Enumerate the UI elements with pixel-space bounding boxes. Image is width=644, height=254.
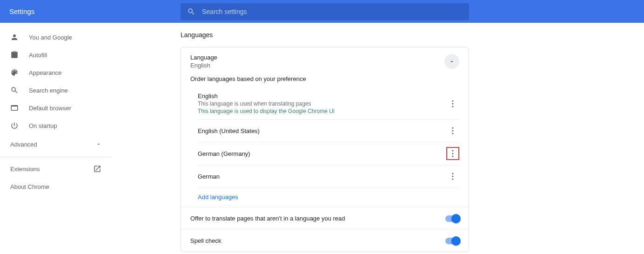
more-vert-icon xyxy=(452,127,454,134)
collapse-button[interactable] xyxy=(444,54,459,69)
palette-icon xyxy=(10,68,19,77)
section-title: Languages xyxy=(181,31,644,39)
header-title: Settings xyxy=(9,7,34,15)
advanced-label: Advanced xyxy=(10,141,37,148)
translate-offer-toggle[interactable] xyxy=(445,215,459,222)
spellcheck-label: Spell check xyxy=(190,237,221,244)
svg-point-7 xyxy=(452,153,453,154)
sidebar-item-label: Search engine xyxy=(29,87,68,94)
sidebar-item-autofill[interactable]: Autofill xyxy=(0,46,112,64)
sidebar-item-label: You and Google xyxy=(29,34,72,41)
sidebar-item-appearance[interactable]: Appearance xyxy=(0,64,112,81)
language-name: German xyxy=(198,173,220,180)
sidebar-item-label: Autofill xyxy=(29,52,47,59)
svg-point-0 xyxy=(452,100,453,101)
about-label: About Chrome xyxy=(10,183,49,190)
clipboard-icon xyxy=(10,51,19,59)
search-input[interactable] xyxy=(202,8,463,15)
sidebar-advanced[interactable]: Advanced xyxy=(0,134,112,154)
language-item: English This language is used when trans… xyxy=(198,88,459,120)
caret-down-icon xyxy=(96,141,101,147)
language-list: English This language is used when trans… xyxy=(181,88,469,207)
chevron-up-icon xyxy=(449,58,455,65)
language-more-button[interactable] xyxy=(446,170,459,183)
translate-offer-label: Offer to translate pages that aren't in … xyxy=(190,215,345,222)
svg-point-4 xyxy=(452,130,453,131)
more-vert-icon xyxy=(452,150,454,157)
language-more-button[interactable] xyxy=(446,147,459,160)
search-box[interactable] xyxy=(181,3,469,20)
sidebar: You and Google Autofill Appearance Searc… xyxy=(0,23,112,254)
spellcheck-row: Spell check xyxy=(181,229,469,252)
language-item: German (Germany) xyxy=(198,142,459,165)
sidebar-about-chrome[interactable]: About Chrome xyxy=(0,178,112,195)
spellcheck-toggle[interactable] xyxy=(445,238,459,244)
language-desc: This language is used when translating p… xyxy=(198,100,335,107)
svg-point-9 xyxy=(452,173,453,174)
order-preference-text: Order languages based on your preference xyxy=(181,75,469,88)
language-item: English (United States) xyxy=(198,120,459,142)
translate-offer-row: Offer to translate pages that aren't in … xyxy=(181,207,469,229)
languages-card: Language English Order languages based o… xyxy=(181,47,469,252)
search-icon xyxy=(187,7,195,16)
sidebar-item-you-and-google[interactable]: You and Google xyxy=(0,28,112,46)
divider xyxy=(0,157,112,157)
svg-point-10 xyxy=(452,175,453,177)
browser-icon xyxy=(10,104,19,112)
sidebar-item-search-engine[interactable]: Search engine xyxy=(0,81,112,99)
svg-point-2 xyxy=(452,106,453,107)
power-icon xyxy=(10,121,19,130)
sidebar-extensions[interactable]: Extensions xyxy=(0,160,112,178)
more-vert-icon xyxy=(452,173,454,180)
open-external-icon xyxy=(93,165,101,173)
language-name: English (United States) xyxy=(198,127,260,134)
svg-point-6 xyxy=(452,150,453,151)
sidebar-item-default-browser[interactable]: Default browser xyxy=(0,99,112,117)
language-item: German xyxy=(198,165,459,188)
language-more-button[interactable] xyxy=(446,97,459,110)
language-header-sub: English xyxy=(190,62,217,69)
language-name: German (Germany) xyxy=(198,150,250,157)
svg-point-5 xyxy=(452,133,453,134)
more-vert-icon xyxy=(452,100,454,107)
person-icon xyxy=(10,33,19,41)
language-header-row[interactable]: Language English xyxy=(181,47,469,75)
svg-point-3 xyxy=(452,127,453,128)
language-desc: This language is used to display the Goo… xyxy=(198,108,335,114)
app-header: Settings xyxy=(0,0,644,23)
sidebar-item-on-startup[interactable]: On startup xyxy=(0,117,112,134)
svg-point-11 xyxy=(452,178,453,180)
language-header-title: Language xyxy=(190,54,217,61)
svg-point-8 xyxy=(452,155,453,157)
sidebar-item-label: Appearance xyxy=(29,69,61,76)
add-languages-link[interactable]: Add languages xyxy=(198,188,459,207)
sidebar-item-label: On startup xyxy=(29,122,57,129)
svg-point-1 xyxy=(452,103,453,104)
main-content: Languages Language English Order languag… xyxy=(112,23,644,254)
language-name: English xyxy=(198,93,335,100)
layout: You and Google Autofill Appearance Searc… xyxy=(0,23,644,254)
language-more-button[interactable] xyxy=(446,124,459,137)
search-icon xyxy=(10,86,19,94)
sidebar-item-label: Default browser xyxy=(29,105,71,112)
extensions-label: Extensions xyxy=(10,166,40,173)
